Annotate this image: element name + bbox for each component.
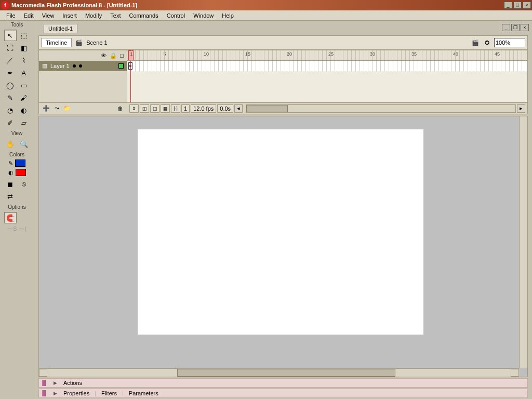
menu-commands[interactable]: Commands — [125, 11, 162, 20]
layer-outline-swatch[interactable] — [118, 63, 124, 69]
menu-modify[interactable]: Modify — [81, 11, 106, 20]
timeline-toggle-button[interactable]: Timeline — [41, 38, 72, 47]
expand-arrow-icon: ▶ — [54, 380, 57, 385]
close-button[interactable]: × — [523, 2, 531, 9]
menu-text[interactable]: Text — [106, 11, 125, 20]
maximize-button[interactable]: □ — [513, 2, 522, 9]
document-tab[interactable]: Untitled-1 — [44, 24, 77, 33]
line-tool[interactable]: ／ — [4, 55, 17, 66]
minimize-button[interactable]: _ — [504, 2, 512, 9]
stage-area[interactable] — [38, 116, 528, 377]
properties-panel-header[interactable]: ▶ Properties | Filters | Parameters — [38, 389, 528, 398]
rectangle-tool[interactable]: ▭ — [18, 79, 30, 91]
black-white-button[interactable]: ◼ — [4, 178, 17, 190]
stage-horizontal-scrollbar[interactable] — [39, 368, 519, 377]
layer-row[interactable]: ▤ Layer 1 — [39, 61, 127, 71]
insert-layer-button[interactable]: ➕ — [42, 104, 50, 113]
oval-tool[interactable]: ◯ — [4, 79, 17, 91]
zoom-tool[interactable]: 🔍 — [18, 138, 30, 150]
swap-colors-button[interactable]: ⇄ — [4, 191, 17, 202]
panel-grip-icon[interactable] — [42, 390, 46, 396]
layer-lock-dot[interactable] — [79, 64, 82, 68]
tools-header: Tools — [0, 21, 34, 29]
doc-close-button[interactable]: × — [521, 24, 529, 31]
menu-view[interactable]: View — [38, 11, 59, 20]
current-frame-field: 1 — [181, 104, 190, 113]
timeline-scroll-left[interactable]: ◂ — [234, 104, 243, 113]
fill-color-swatch[interactable] — [16, 169, 26, 176]
hand-tool[interactable]: ✋ — [4, 138, 17, 150]
eraser-tool[interactable]: ▱ — [18, 117, 30, 128]
lock-icon[interactable]: 🔒 — [110, 52, 117, 59]
fill-bucket-icon: ◐ — [8, 169, 14, 176]
free-transform-tool[interactable]: ⛶ — [4, 42, 17, 54]
edit-scene-button[interactable]: 🎬 — [471, 39, 480, 46]
brush-tool[interactable]: 🖌 — [18, 92, 30, 103]
scene-label[interactable]: Scene 1 — [86, 39, 107, 46]
menu-edit[interactable]: Edit — [20, 11, 38, 20]
smooth-option-icon: ⁓S — [7, 225, 17, 232]
layer-icon: ▤ — [42, 62, 47, 69]
layer-list: ▤ Layer 1 — [39, 61, 127, 102]
straighten-option-icon: ⁓( — [19, 225, 26, 232]
selection-tool[interactable]: ↖ — [4, 30, 17, 41]
zoom-field[interactable]: 100% — [494, 38, 525, 47]
text-tool[interactable]: A — [18, 67, 30, 78]
center-frame-button[interactable]: ⇕ — [129, 104, 139, 113]
properties-tab[interactable]: Properties — [63, 390, 89, 396]
doc-minimize-button[interactable]: _ — [502, 24, 510, 31]
gradient-transform-tool[interactable]: ◧ — [18, 42, 30, 54]
layer-column-header: 👁 🔒 □ — [39, 50, 127, 61]
stroke-pencil-icon: ✎ — [8, 160, 13, 167]
stage-canvas[interactable] — [138, 129, 423, 335]
lasso-tool[interactable]: ⌇ — [18, 55, 30, 66]
onion-skin-button[interactable]: ◫ — [140, 104, 149, 113]
parameters-tab[interactable]: Parameters — [129, 390, 158, 396]
delete-layer-button[interactable]: 🗑 — [116, 104, 124, 113]
no-color-button[interactable]: ⦸ — [18, 178, 30, 190]
doc-restore-button[interactable]: ❐ — [511, 24, 520, 31]
view-header: View — [0, 129, 34, 137]
title-bar: f Macromedia Flash Professional 8 - [Unt… — [0, 0, 532, 10]
window-title: Macromedia Flash Professional 8 - [Untit… — [11, 2, 504, 8]
hscroll-left-arrow[interactable] — [39, 369, 47, 377]
add-motion-guide-button[interactable]: ⤳ — [52, 104, 61, 113]
menu-window[interactable]: Window — [189, 11, 218, 20]
workspace: Untitled-1 _ ❐ × Timeline 🎬 Scene 1 🎬 ✪ … — [34, 21, 532, 399]
menu-help[interactable]: Help — [218, 11, 238, 20]
eyedropper-tool[interactable]: ✐ — [4, 117, 17, 128]
pencil-tool[interactable]: ✎ — [4, 92, 17, 103]
actions-panel-header[interactable]: ▶ Actions — [38, 378, 528, 388]
modify-onion-markers-button[interactable]: [·] — [171, 104, 180, 113]
panel-grip-icon[interactable] — [42, 380, 46, 386]
show-hide-icon[interactable]: 👁 — [101, 52, 107, 59]
onion-skin-outlines-button[interactable]: ◫ — [150, 104, 159, 113]
menu-file[interactable]: File — [2, 11, 20, 20]
snap-to-objects-button[interactable]: 🧲 — [4, 212, 17, 223]
edit-multiple-frames-button[interactable]: ▦ — [161, 104, 170, 113]
pen-tool[interactable]: ✒ — [4, 67, 17, 78]
paint-bucket-tool[interactable]: ◐ — [18, 104, 30, 116]
subselection-tool[interactable]: ⬚ — [18, 30, 30, 41]
stroke-color-swatch[interactable] — [15, 159, 25, 167]
frames-area[interactable] — [127, 61, 527, 102]
hscroll-right-arrow[interactable] — [511, 369, 519, 377]
menu-control[interactable]: Control — [163, 11, 189, 20]
layer-name[interactable]: Layer 1 — [50, 63, 70, 69]
filters-tab[interactable]: Filters — [101, 390, 117, 396]
expand-arrow-icon: ▶ — [54, 391, 57, 396]
options-header: Options — [0, 203, 34, 211]
elapsed-time-field: 0.0s — [217, 104, 233, 113]
outline-icon[interactable]: □ — [120, 52, 124, 59]
timeline-scrollbar[interactable] — [246, 104, 516, 113]
hscroll-thumb[interactable] — [177, 369, 395, 377]
edit-symbols-button[interactable]: ✪ — [483, 39, 491, 46]
timeline-scroll-right[interactable]: ▸ — [517, 104, 525, 113]
menu-insert[interactable]: Insert — [58, 11, 81, 20]
ink-bottle-tool[interactable]: ◔ — [4, 104, 17, 116]
stage-vertical-scrollbar[interactable] — [519, 116, 527, 368]
layer-visibility-dot[interactable] — [73, 64, 76, 68]
insert-layer-folder-button[interactable]: 📁 — [63, 104, 71, 113]
app-icon: f — [1, 1, 9, 9]
frame-ruler[interactable]: 151015202530354045505560657075808590 — [127, 50, 527, 61]
